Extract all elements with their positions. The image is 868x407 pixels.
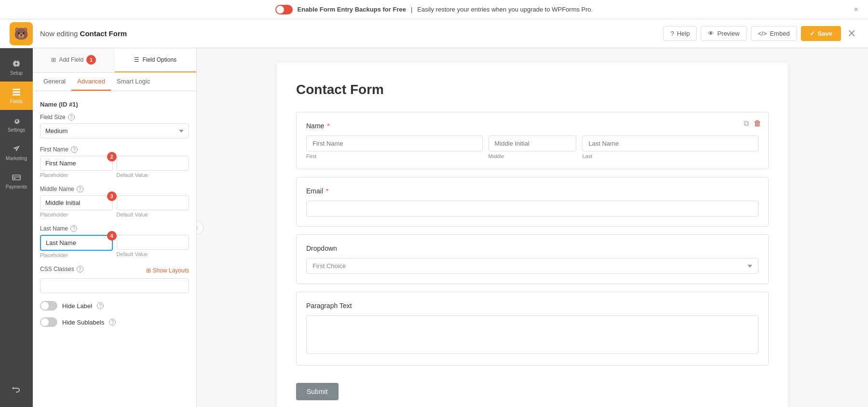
grid-icon: ⊞ <box>51 56 56 63</box>
sidebar-item-settings[interactable]: Settings <box>0 110 33 138</box>
hide-sublabels-text: Hide Sublabels <box>62 319 104 326</box>
sidebar-item-undo[interactable] <box>0 379 33 400</box>
svg-rect-3 <box>13 175 20 180</box>
form-title: Contact Form <box>296 82 769 97</box>
delete-name-field-button[interactable]: 🗑 <box>753 118 762 129</box>
form-card: Contact Form Name * First Middle <box>277 63 788 407</box>
marketing-label: Marketing <box>6 156 27 161</box>
name-field-section[interactable]: Name * First Middle Last <box>296 112 769 169</box>
sidebar-bottom <box>0 379 33 407</box>
middle-name-badge: 3 <box>107 191 117 201</box>
svg-rect-5 <box>14 178 15 179</box>
css-classes-group: CSS Classes ? ⊞ Show Layouts <box>40 266 189 293</box>
dropdown-label: Dropdown <box>306 244 337 252</box>
preview-button[interactable]: 👁 Preview <box>701 26 746 41</box>
sidebar-item-setup[interactable]: Setup <box>0 53 33 81</box>
main-layout: Setup Fields Settings Marketing Payments <box>0 48 868 407</box>
sub-tabs: General Advanced Smart Logic <box>33 73 196 91</box>
dropdown-field-section[interactable]: Dropdown First Choice <box>296 234 769 284</box>
email-label: Email <box>306 187 323 195</box>
first-name-group: First Name ? 2 Placeholder Default Value <box>40 146 189 178</box>
sidebar-item-fields[interactable]: Fields <box>0 81 33 110</box>
email-required-star: * <box>326 187 328 195</box>
sidebar-item-marketing[interactable]: Marketing <box>0 138 33 167</box>
tab-advanced[interactable]: Advanced <box>71 73 111 91</box>
name-field-label-row: Name * <box>306 122 759 130</box>
hide-label-text: Hide Label <box>62 302 92 310</box>
preview-icon: 👁 <box>708 30 714 37</box>
first-sublabel: First <box>306 153 483 159</box>
last-name-help-icon[interactable]: ? <box>70 225 77 232</box>
add-field-tab[interactable]: ⊞ Add Field 1 <box>33 48 115 72</box>
email-preview-input[interactable] <box>306 201 759 217</box>
dropdown-preview-select[interactable]: First Choice <box>306 258 759 274</box>
dropdown-field-label-row: Dropdown <box>306 244 759 252</box>
paragraph-field-section[interactable]: Paragraph Text <box>296 292 769 366</box>
hide-sublabels-toggle[interactable] <box>40 317 57 327</box>
name-required-star: * <box>327 122 329 130</box>
show-layouts-label: Show Layouts <box>153 267 189 274</box>
first-name-preview-input[interactable] <box>306 136 483 151</box>
first-name-badge: 2 <box>107 152 117 162</box>
name-label: Name <box>306 122 324 130</box>
close-notification-button[interactable]: × <box>854 5 858 14</box>
first-name-default-wrap: Default Value <box>117 156 190 178</box>
middle-name-help-icon[interactable]: ? <box>77 186 83 192</box>
form-title-header: Now editing Contact Form <box>40 29 656 38</box>
middle-name-placeholder-input[interactable] <box>40 195 113 210</box>
last-name-default-input[interactable] <box>117 235 190 250</box>
last-name-inputs: 4 Placeholder Default Value <box>40 235 189 258</box>
form-preview: ‹ Contact Form Name * First Middle <box>197 48 868 407</box>
tab-smart-logic[interactable]: Smart Logic <box>111 73 156 91</box>
first-name-help-icon[interactable]: ? <box>71 146 78 153</box>
first-name-inputs: 2 Placeholder Default Value <box>40 156 189 178</box>
middle-name-default-wrap: Default Value <box>117 195 190 217</box>
grid-icon: ⊞ <box>146 267 151 274</box>
embed-button[interactable]: </> Embed <box>751 26 797 41</box>
css-help-icon[interactable]: ? <box>77 266 83 272</box>
submit-button[interactable]: Submit <box>296 383 339 400</box>
entry-backup-toggle[interactable] <box>275 5 293 14</box>
middle-name-preview-input[interactable] <box>488 136 577 151</box>
payments-label: Payments <box>6 184 27 190</box>
field-size-label: Field Size ? <box>40 114 189 121</box>
middle-name-default-input[interactable] <box>117 195 190 210</box>
first-name-default-input[interactable] <box>117 156 190 171</box>
embed-label: Embed <box>770 30 789 37</box>
first-name-field: First <box>306 136 483 159</box>
hide-label-help-icon[interactable]: ? <box>97 302 104 309</box>
first-name-placeholder-input[interactable] <box>40 156 113 171</box>
svg-rect-1 <box>13 92 20 93</box>
email-field-section[interactable]: Email * <box>296 177 769 227</box>
notification-bar: Enable Form Entry Backups for Free | Eas… <box>0 0 868 19</box>
icon-sidebar: Setup Fields Settings Marketing Payments <box>0 48 33 407</box>
paragraph-preview-textarea[interactable] <box>306 315 759 354</box>
field-size-group: Field Size ? Medium Small Large <box>40 114 189 138</box>
editing-text: Now editing <box>40 29 78 38</box>
tab-general[interactable]: General <box>38 73 71 91</box>
sidebar-item-payments[interactable]: Payments <box>0 167 33 195</box>
last-name-placeholder-input[interactable] <box>40 235 113 251</box>
field-options-tab[interactable]: ☰ Field Options <box>115 48 197 72</box>
middle-name-group: Middle Name ? 3 Placeholder Default Valu… <box>40 186 189 217</box>
hide-label-toggle[interactable] <box>40 301 57 311</box>
last-name-label: Last Name ? <box>40 225 189 232</box>
save-button[interactable]: ✓ Save <box>801 26 841 41</box>
duplicate-name-field-button[interactable]: ⧉ <box>743 118 750 129</box>
close-button[interactable]: ✕ <box>845 27 858 40</box>
css-classes-input[interactable] <box>40 278 189 293</box>
first-name-default-label: Default Value <box>117 172 190 178</box>
field-size-help-icon[interactable]: ? <box>68 114 75 121</box>
check-icon: ✓ <box>810 30 815 37</box>
help-button[interactable]: ? Help <box>663 26 697 41</box>
last-name-preview-input[interactable] <box>582 136 759 151</box>
middle-name-label: Middle Name ? <box>40 186 189 192</box>
collapse-panel-button[interactable]: ‹ <box>197 221 203 234</box>
app-logo: 🐻 <box>10 22 33 45</box>
hide-sublabels-help-icon[interactable]: ? <box>109 319 116 326</box>
field-size-select[interactable]: Medium Small Large <box>40 123 189 138</box>
first-name-placeholder-wrap: 2 Placeholder <box>40 156 113 178</box>
fields-label: Fields <box>10 99 23 104</box>
show-layouts-link[interactable]: ⊞ Show Layouts <box>146 267 189 274</box>
help-icon: ? <box>670 30 674 37</box>
